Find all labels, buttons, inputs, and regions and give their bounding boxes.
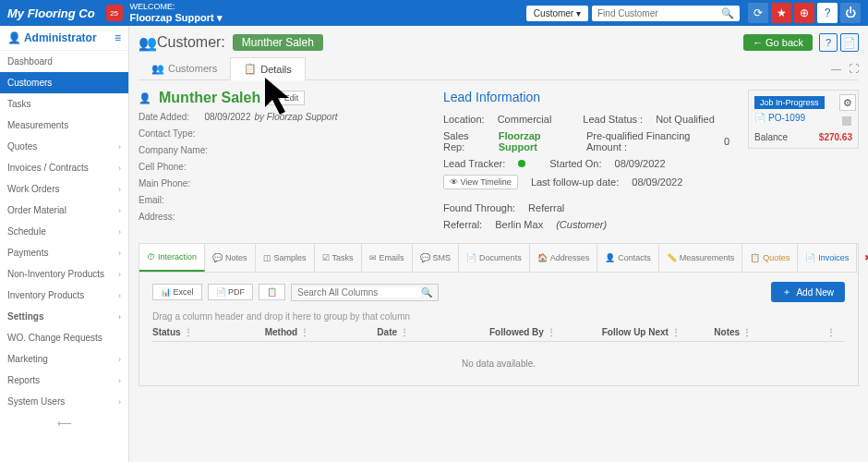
welcome-user: Floorzap Support [130, 12, 214, 23]
power-icon[interactable]: ⏻ [840, 3, 861, 23]
tab-customers[interactable]: 👥 Customers [139, 58, 230, 79]
refresh-icon[interactable]: ⟳ [748, 3, 768, 23]
found-label: Found Through: [443, 202, 515, 213]
col-followedby[interactable]: Followed By⋮ [489, 327, 602, 337]
customer-search[interactable]: 🔍 [592, 6, 740, 21]
subtab-contacts[interactable]: 👤 Contacts [597, 244, 659, 272]
subtab-workorders[interactable]: ✖ Work Orders [857, 244, 868, 272]
sidebar-item-ordermaterial[interactable]: Order Material› [0, 200, 128, 221]
subtab-addresses[interactable]: 🏠 Addresses [530, 244, 598, 272]
date-added-label: Date Added: [139, 112, 189, 122]
subtab-quotes[interactable]: 📋 Quotes [742, 244, 798, 272]
help-button[interactable]: ? [819, 33, 838, 52]
sidebar-item-reports[interactable]: Reports› [0, 370, 128, 391]
customer-search-input[interactable] [597, 8, 721, 18]
settings-gear[interactable]: ⚙ [839, 94, 856, 111]
grid-search[interactable]: 🔍 [291, 284, 439, 301]
col-status[interactable]: Status⋮ [152, 327, 265, 337]
notification-bell[interactable]: 25 [106, 5, 123, 21]
col-date[interactable]: Date⋮ [377, 327, 489, 337]
star-icon[interactable]: ★ [771, 3, 791, 23]
info-icon[interactable]: ? [817, 3, 838, 23]
prequal-label: Pre-qualified Financing Amount : [586, 130, 711, 152]
po-link[interactable]: 📄 PO-1099 [754, 113, 852, 123]
main-phone-label: Main Phone: [139, 178, 190, 188]
job-status-badge: Job In-Progress [754, 96, 825, 109]
subtab-interaction[interactable]: ⏱ Interaction [139, 244, 205, 272]
main-content: 👥 Customer: Munther Saleh ← Go back ? 📄 … [129, 26, 868, 462]
started-label: Started On: [549, 158, 601, 169]
lead-status-label: Lead Status : [583, 114, 643, 125]
sales-rep-value: Floorzap Support [499, 130, 570, 152]
subtab-documents[interactable]: 📄 Documents [459, 244, 530, 272]
sidebar-item-invoices[interactable]: Invoices / Contracts› [0, 157, 128, 178]
subtab-notes[interactable]: 💬 Notes [205, 244, 256, 272]
grid-search-input[interactable] [297, 287, 421, 298]
doc-button[interactable]: 📄 [840, 33, 859, 52]
subtab-sms[interactable]: 💬 SMS [413, 244, 460, 272]
col-notes[interactable]: Notes⋮ [714, 327, 826, 337]
sidebar-item-noninventory[interactable]: Non-Inventory Products› [0, 263, 128, 285]
page-title: Customer: [157, 34, 225, 51]
subtab-measurements[interactable]: 📏 Measurements [659, 244, 743, 272]
sidebar-item-customers[interactable]: Customers [0, 72, 128, 93]
subtab-samples[interactable]: ◫ Samples [256, 244, 315, 272]
notification-count: 25 [110, 9, 118, 18]
sidebar-item-sysusers[interactable]: System Users› [0, 391, 128, 412]
search-icon[interactable]: 🔍 [721, 7, 734, 19]
sidebar-header: 👤 Administrator ≡ [0, 26, 128, 51]
sidebar-item-quotes[interactable]: Quotes› [0, 136, 128, 157]
sidebar-item-marketing[interactable]: Marketing› [0, 348, 128, 370]
sidebar-item-settings[interactable]: Settings› [0, 306, 128, 327]
scroll-indicator[interactable] [842, 116, 851, 126]
sidebar-item-workorders[interactable]: Work Orders› [0, 178, 128, 200]
sidebar-item-dashboard[interactable]: Dashboard [0, 51, 128, 72]
subtab-invoices[interactable]: 📄 Invoices [798, 244, 857, 272]
welcome-label: WELCOME: [130, 3, 223, 12]
top-bar: My Flooring Co 25 WELCOME: Floorzap Supp… [0, 0, 868, 26]
people-icon: 👥 [139, 34, 157, 52]
location-value: Commercial [498, 114, 552, 125]
go-back-button[interactable]: ← Go back [743, 34, 813, 51]
group-hint: Drag a column header and drop it here to… [152, 311, 845, 322]
subtab-tasks[interactable]: ☑ Tasks [315, 244, 362, 272]
sidebar-item-wochange[interactable]: WO. Change Requests [0, 327, 128, 348]
menu-icon[interactable]: ≡ [115, 31, 121, 44]
export-excel-button[interactable]: 📊 Excel [152, 284, 202, 300]
subtabs: ⏱ Interaction 💬 Notes ◫ Samples ☑ Tasks … [139, 243, 859, 273]
company-name-label: Company Name: [139, 145, 208, 155]
welcome-block[interactable]: WELCOME: Floorzap Support ▾ [130, 3, 223, 23]
prequal-value: 0 [724, 136, 729, 147]
cursor-icon [263, 76, 307, 122]
sidebar-item-measurements[interactable]: Measurements [0, 115, 128, 136]
customer-type-dropdown[interactable]: Customer ▾ [526, 6, 588, 21]
minimize-icon[interactable]: — [831, 63, 841, 74]
add-new-button[interactable]: ＋ Add New [771, 282, 845, 302]
subtab-emails[interactable]: ✉ Emails [362, 244, 413, 272]
col-follownext[interactable]: Follow Up Next⋮ [602, 327, 715, 337]
referral-type: (Customer) [556, 219, 607, 230]
referral-label: Referral: [443, 219, 482, 230]
lead-info: Lead Information Location: Commercial Le… [443, 90, 729, 236]
followup-value: 08/09/2022 [632, 176, 682, 188]
sidebar-item-schedule[interactable]: Schedule› [0, 221, 128, 242]
export-pdf-button[interactable]: 📄 PDF [208, 284, 254, 300]
view-timeline-button[interactable]: 👁 View Timeline [443, 175, 518, 189]
sidebar-collapse[interactable]: ⟵ [0, 412, 128, 435]
sidebar-item-payments[interactable]: Payments› [0, 242, 128, 263]
no-data-message: No data available. [152, 342, 845, 385]
help-icon[interactable]: ⊕ [794, 3, 814, 23]
followup-label: Last follow-up date: [531, 176, 619, 188]
found-value: Referral [528, 202, 564, 213]
sidebar-item-inventory[interactable]: Inventory Products› [0, 285, 128, 306]
grid-area: 📊 Excel 📄 PDF 📋 🔍 ＋ Add New Drag a colum… [139, 273, 859, 386]
cell-phone-label: Cell Phone: [139, 162, 187, 172]
export-copy-button[interactable]: 📋 [259, 284, 285, 300]
col-method[interactable]: Method⋮ [265, 327, 378, 337]
lead-info-title: Lead Information [443, 90, 729, 104]
sidebar-item-tasks[interactable]: Tasks [0, 93, 128, 115]
col-menu[interactable]: ⋮ [826, 327, 845, 337]
email-label: Email: [139, 195, 164, 205]
sales-rep-label: Sales Rep: [443, 130, 486, 152]
fullscreen-icon[interactable]: ⛶ [849, 63, 859, 74]
